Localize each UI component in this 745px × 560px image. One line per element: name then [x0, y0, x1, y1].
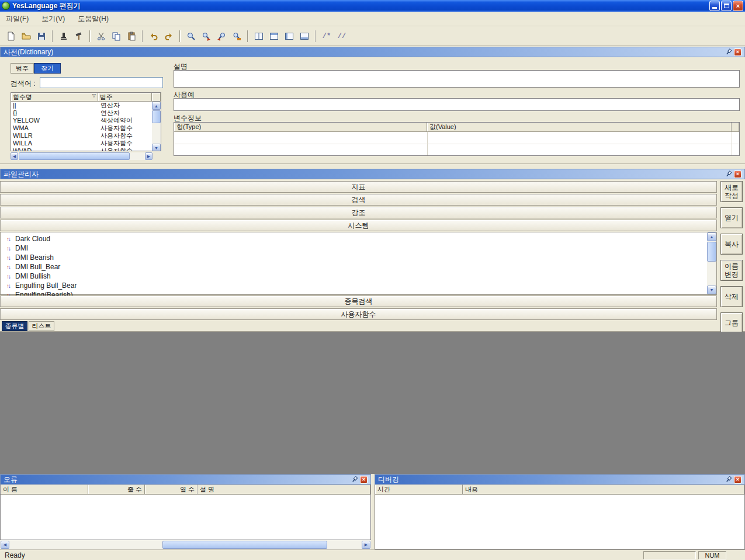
- new-document-button[interactable]: [4, 29, 19, 43]
- save-button[interactable]: [34, 29, 49, 43]
- dictionary-tab-category[interactable]: 범주: [11, 63, 34, 74]
- debug-close-icon[interactable]: ×: [734, 476, 741, 484]
- toolbar-separator: [247, 30, 248, 42]
- new-file-button[interactable]: 새로 작성: [720, 181, 743, 202]
- menu-file[interactable]: 파일(F): [6, 14, 29, 24]
- rename-file-button[interactable]: 이름 변경: [720, 260, 743, 281]
- group-bar-stock-search[interactable]: 종목검색: [0, 295, 717, 307]
- column-type[interactable]: 형(Type): [174, 123, 427, 132]
- menu-help[interactable]: 도움말(H): [78, 14, 109, 24]
- pin-icon[interactable]: [725, 171, 732, 178]
- tree-item[interactable]: ↑↓DMI Bearish: [1, 253, 716, 262]
- debug-header[interactable]: 시간 내용: [375, 485, 745, 495]
- scroll-up-icon[interactable]: ▲: [707, 232, 716, 241]
- tree-item[interactable]: ↑↓Dark Cloud: [1, 234, 716, 244]
- table-row[interactable]: WVAD사용자함수: [11, 147, 161, 151]
- column-time[interactable]: 시간: [375, 485, 463, 495]
- errors-header[interactable]: 이 름 줄 수 열 수 설 명: [0, 485, 371, 495]
- varinfo-header[interactable]: 형(Type) 값(Value): [174, 123, 739, 132]
- scroll-left-icon[interactable]: ◀: [1, 541, 9, 549]
- pin-icon[interactable]: [351, 476, 358, 483]
- errors-titlebar[interactable]: 오류 ×: [0, 474, 371, 485]
- column-desc[interactable]: 설 명: [197, 485, 370, 495]
- minimize-button[interactable]: [709, 1, 720, 11]
- paste-button[interactable]: [124, 29, 139, 43]
- scroll-right-icon[interactable]: ▶: [362, 541, 370, 549]
- function-table-vscrollbar[interactable]: ▲ ▼: [152, 102, 161, 151]
- column-col[interactable]: 열 수: [145, 485, 197, 495]
- pin-icon[interactable]: [725, 48, 732, 55]
- column-function-name[interactable]: 함수명▽: [11, 93, 98, 102]
- column-name[interactable]: 이 름: [1, 485, 88, 495]
- scrollbar-thumb[interactable]: [152, 110, 161, 123]
- errors-close-icon[interactable]: ×: [360, 476, 368, 484]
- window-titlebar[interactable]: YesLanguage 편집기 ×: [0, 0, 745, 12]
- line-comment-button[interactable]: //: [334, 29, 349, 43]
- scroll-right-icon[interactable]: ▶: [145, 152, 153, 160]
- close-button[interactable]: ×: [733, 1, 743, 11]
- table-row[interactable]: WILLA사용자함수: [11, 140, 161, 147]
- dictionary-tab-find[interactable]: 찾기: [34, 63, 61, 74]
- pin-icon[interactable]: [725, 476, 732, 483]
- debug-titlebar[interactable]: 디버깅 ×: [375, 474, 745, 485]
- column-content[interactable]: 내용: [463, 485, 744, 495]
- table-row[interactable]: WILLR사용자함수: [11, 132, 161, 140]
- menu-view[interactable]: 보기(V): [41, 14, 65, 24]
- scrollbar-thumb[interactable]: [707, 242, 716, 262]
- debug-panel-button[interactable]: [297, 29, 312, 43]
- tree-item[interactable]: ↑↓DMI Bullish: [1, 272, 716, 281]
- scroll-up-icon[interactable]: ▲: [152, 102, 161, 110]
- table-row[interactable]: WMA사용자함수: [11, 124, 161, 132]
- group-file-button[interactable]: 그룹: [720, 312, 743, 332]
- errors-hscrollbar[interactable]: ◀ ▶: [0, 540, 371, 549]
- scroll-down-icon[interactable]: ▼: [707, 286, 716, 294]
- column-line[interactable]: 줄 수: [88, 485, 145, 495]
- file-manager-titlebar[interactable]: 파일관리자 ×: [0, 169, 745, 179]
- error-panel-button[interactable]: [282, 29, 297, 43]
- search-input[interactable]: [40, 77, 163, 88]
- find-prev-button[interactable]: [214, 29, 229, 43]
- restore-button[interactable]: [721, 1, 732, 11]
- group-bar-indicator[interactable]: 지표: [0, 181, 717, 193]
- tree-item[interactable]: ↑↓DMI Bull_Bear: [1, 262, 716, 272]
- copy-file-button[interactable]: 복사: [720, 234, 743, 255]
- file-manager-panel-button[interactable]: [266, 29, 282, 43]
- dictionary-panel-button[interactable]: [251, 29, 266, 43]
- tab-by-type[interactable]: 종류별: [2, 321, 27, 331]
- function-table-hscrollbar[interactable]: ◀ ▶: [11, 152, 153, 160]
- scrollbar-thumb[interactable]: [162, 541, 327, 549]
- find-next-button[interactable]: [199, 29, 214, 43]
- column-value[interactable]: 값(Value): [427, 123, 732, 132]
- undo-button[interactable]: [146, 29, 161, 43]
- open-file-button[interactable]: 열기: [720, 207, 743, 228]
- dictionary-close-icon[interactable]: ×: [734, 48, 741, 56]
- group-bar-system[interactable]: 시스템: [0, 220, 717, 231]
- tree-vscrollbar[interactable]: ▲ ▼: [707, 232, 716, 294]
- delete-file-button[interactable]: 삭제: [720, 286, 743, 307]
- apply-button[interactable]: [71, 29, 86, 43]
- cut-button[interactable]: [93, 29, 109, 43]
- scroll-down-icon[interactable]: ▼: [152, 144, 161, 151]
- table-row[interactable]: ||연산자: [11, 102, 161, 109]
- function-table-header[interactable]: 함수명▽ 범주: [11, 93, 161, 102]
- open-button[interactable]: [19, 29, 34, 43]
- file-manager-close-icon[interactable]: ×: [734, 171, 741, 178]
- block-comment-button[interactable]: /*: [319, 29, 334, 43]
- tree-item[interactable]: ↑↓DMI: [1, 244, 716, 253]
- column-category[interactable]: 범주: [98, 93, 152, 102]
- tree-item[interactable]: ↑↓Engulfing Bull_Bear: [1, 281, 716, 290]
- group-bar-highlight[interactable]: 강조: [0, 207, 717, 218]
- group-bar-user-function[interactable]: 사용자함수: [0, 308, 717, 320]
- group-bar-search[interactable]: 검색: [0, 194, 717, 206]
- verify-button[interactable]: [56, 29, 71, 43]
- copy-button[interactable]: [109, 29, 124, 43]
- table-row[interactable]: {}연산자: [11, 109, 161, 117]
- scroll-left-icon[interactable]: ◀: [11, 152, 18, 160]
- dictionary-panel-titlebar[interactable]: 사전(Dictionary) ×: [0, 47, 745, 57]
- tab-list[interactable]: 리스트: [29, 321, 54, 331]
- scrollbar-thumb[interactable]: [19, 152, 130, 160]
- redo-button[interactable]: [161, 29, 176, 43]
- table-row[interactable]: YELLOW색상예약어: [11, 117, 161, 124]
- replace-button[interactable]: [229, 29, 244, 43]
- find-button[interactable]: [183, 29, 199, 43]
